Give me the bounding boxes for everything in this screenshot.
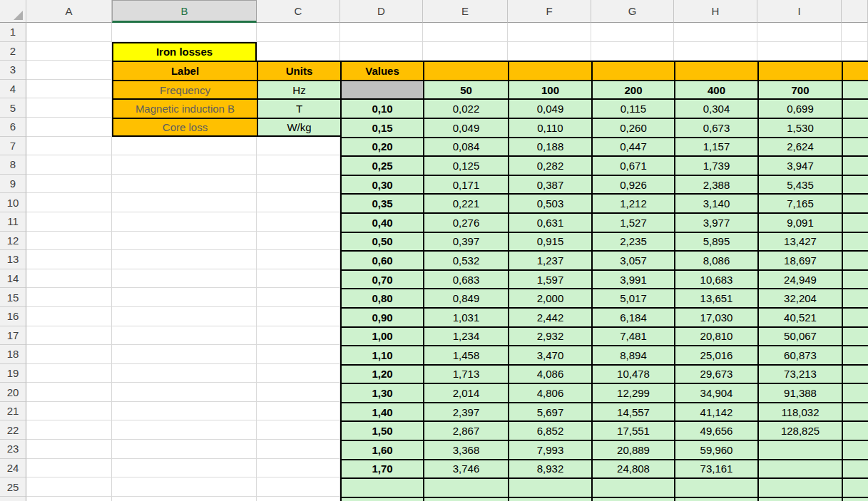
cell-F10[interactable]: 0,503 (508, 193, 591, 212)
cell-J2[interactable] (842, 42, 868, 61)
cell-C19[interactable] (257, 364, 340, 383)
cell-J9[interactable] (842, 175, 868, 194)
cell-I18[interactable]: 60,873 (757, 345, 842, 364)
cell-H21[interactable]: 41,142 (674, 402, 757, 421)
cell-D13[interactable]: 0,60 (340, 250, 423, 269)
cell-C21[interactable] (257, 402, 340, 421)
cell-G25[interactable] (591, 477, 674, 497)
cell-H8[interactable]: 1,739 (674, 155, 757, 175)
row-header-23[interactable]: 23 (0, 440, 26, 459)
cell-D10[interactable]: 0,35 (340, 193, 423, 212)
cell-F18[interactable]: 3,470 (508, 345, 591, 364)
row-header-14[interactable]: 14 (0, 269, 26, 289)
cell-F21[interactable]: 5,697 (508, 402, 591, 421)
cell-E13[interactable]: 0,532 (423, 250, 508, 269)
cell-F20[interactable]: 4,806 (508, 383, 591, 402)
cell-E7[interactable]: 0,084 (423, 137, 508, 156)
cell-J22[interactable] (842, 420, 868, 440)
cell-B19[interactable] (112, 364, 257, 383)
cell-B13[interactable] (112, 250, 257, 269)
cell-B6[interactable]: Core loss (112, 118, 257, 137)
row-header-22[interactable]: 22 (0, 420, 26, 440)
cell-J14[interactable] (842, 269, 868, 289)
cell-I25[interactable] (757, 477, 842, 497)
cell-E5[interactable]: 0,022 (423, 98, 508, 118)
cell-F22[interactable]: 6,852 (508, 420, 591, 440)
cell-B8[interactable] (112, 155, 257, 175)
cell-B18[interactable] (112, 345, 257, 364)
cell-E8[interactable]: 0,125 (423, 155, 508, 175)
cell-C16[interactable] (257, 307, 340, 326)
cell-G10[interactable]: 1,212 (591, 193, 674, 212)
cell-I9[interactable]: 5,435 (757, 175, 842, 194)
cell-J17[interactable] (842, 326, 868, 346)
cell-G13[interactable]: 3,057 (591, 250, 674, 269)
row-header-6[interactable]: 6 (0, 118, 26, 137)
cell-E10[interactable]: 0,221 (423, 193, 508, 212)
cell-A20[interactable] (26, 383, 112, 402)
cell-G14[interactable]: 3,991 (591, 269, 674, 289)
cell-H7[interactable]: 1,157 (674, 137, 757, 156)
cell-E11[interactable]: 0,276 (423, 212, 508, 232)
cell-I16[interactable]: 40,521 (757, 307, 842, 326)
cell-D21[interactable]: 1,40 (340, 402, 423, 421)
cell-F26[interactable] (508, 497, 591, 501)
cell-C18[interactable] (257, 345, 340, 364)
cell-A11[interactable] (26, 212, 112, 232)
cell-G22[interactable]: 17,551 (591, 420, 674, 440)
cell-A2[interactable] (26, 42, 112, 61)
row-header-1[interactable]: 1 (0, 23, 26, 42)
cell-B22[interactable] (112, 420, 257, 440)
cell-E9[interactable]: 0,171 (423, 175, 508, 194)
cell-B25[interactable] (112, 477, 257, 497)
cell-H26[interactable] (674, 497, 757, 501)
cell-H15[interactable]: 13,651 (674, 288, 757, 307)
cell-E14[interactable]: 0,683 (423, 269, 508, 289)
cell-I6[interactable]: 1,530 (757, 118, 842, 137)
cell-H12[interactable]: 5,895 (674, 232, 757, 251)
cell-B1[interactable] (112, 23, 257, 42)
cell-G21[interactable]: 14,557 (591, 402, 674, 421)
cell-D3[interactable]: Values (340, 61, 423, 80)
cell-D26[interactable] (340, 497, 423, 501)
cell-C4[interactable]: Hz (257, 80, 340, 99)
cell-A13[interactable] (26, 250, 112, 269)
row-header-18[interactable]: 18 (0, 345, 26, 364)
cell-E21[interactable]: 2,397 (423, 402, 508, 421)
row-header-20[interactable]: 20 (0, 383, 26, 402)
cell-H9[interactable]: 2,388 (674, 175, 757, 194)
cell-B5[interactable]: Magnetic induction B (112, 98, 257, 118)
cell-G20[interactable]: 12,299 (591, 383, 674, 402)
cell-A22[interactable] (26, 420, 112, 440)
cell-C20[interactable] (257, 383, 340, 402)
cell-D19[interactable]: 1,20 (340, 364, 423, 383)
cell-J19[interactable] (842, 364, 868, 383)
cell-D1[interactable] (340, 23, 423, 42)
cell-E3[interactable] (423, 61, 508, 80)
cell-G3[interactable] (591, 61, 674, 80)
row-header-25[interactable]: 25 (0, 477, 26, 497)
column-header-partial[interactable] (842, 0, 868, 23)
cell-I15[interactable]: 32,204 (757, 288, 842, 307)
row-header-16[interactable]: 16 (0, 307, 26, 326)
cell-J16[interactable] (842, 307, 868, 326)
cell-D14[interactable]: 0,70 (340, 269, 423, 289)
cell-A15[interactable] (26, 288, 112, 307)
cell-E4[interactable]: 50 (423, 80, 508, 99)
cell-G12[interactable]: 2,235 (591, 232, 674, 251)
cell-C7[interactable] (257, 137, 340, 156)
cell-A16[interactable] (26, 307, 112, 326)
cell-B14[interactable] (112, 269, 257, 289)
cell-A18[interactable] (26, 345, 112, 364)
cell-J7[interactable] (842, 137, 868, 156)
cell-H16[interactable]: 17,030 (674, 307, 757, 326)
cell-C24[interactable] (257, 459, 340, 478)
cell-A6[interactable] (26, 118, 112, 137)
cell-H10[interactable]: 3,140 (674, 193, 757, 212)
cell-A19[interactable] (26, 364, 112, 383)
cell-A24[interactable] (26, 459, 112, 478)
cell-A4[interactable] (26, 80, 112, 99)
cell-A3[interactable] (26, 61, 112, 80)
select-all-corner[interactable] (0, 0, 26, 23)
cell-J11[interactable] (842, 212, 868, 232)
